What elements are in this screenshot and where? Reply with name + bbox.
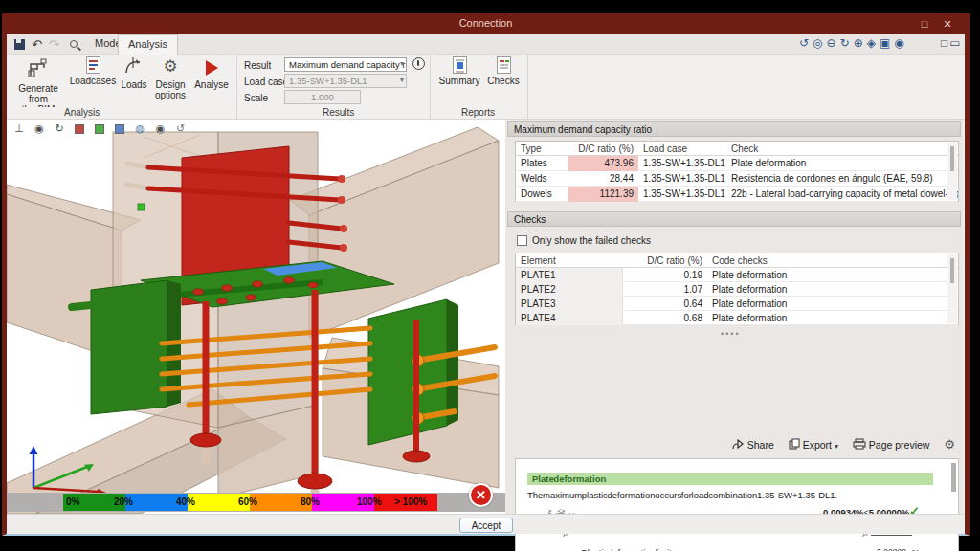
redo-icon[interactable]: ↷ [49, 37, 59, 52]
scale-label: 20% [114, 496, 133, 507]
connection-window: Connection □ ✕ ↶ ↷ Model Analysis ↺◎⊖↻⊕◈… [2, 13, 970, 536]
ratio-failed: 473.96 [568, 156, 638, 171]
spin-icon[interactable]: ↺ [172, 122, 189, 135]
result-color-scale: 0% 20% 40% 60% 80% 100% > 100% [7, 493, 505, 512]
scrollbar[interactable] [947, 254, 957, 323]
group-label-analysis: Analysis [64, 107, 100, 118]
loads-button[interactable]: Loads [118, 56, 150, 90]
pan-icon[interactable]: ◈ [867, 36, 880, 50]
page-preview-button[interactable]: Page preview [853, 439, 932, 451]
chevron-down-icon: ▾ [400, 76, 404, 84]
result-label: Result [244, 60, 271, 71]
share-icon [732, 439, 745, 450]
screen: Connection □ ✕ ↶ ↷ Model Analysis ↺◎⊖↻⊕◈… [0, 0, 980, 551]
table-row[interactable]: Dowels 1121.39 1.35-SW+1.35-DL1 22b - La… [516, 187, 958, 202]
footer-bar: Accept [7, 514, 965, 534]
model-scene [7, 120, 505, 514]
ribbon-tab-row: ↶ ↷ Model Analysis ↺◎⊖↻⊕◈▣◉ □▭ [7, 34, 965, 55]
design-options-button[interactable]: ⚙ Design options [150, 56, 190, 100]
search-icon[interactable] [70, 40, 78, 48]
table-row[interactable]: Welds 28.44 1.35-SW+1.35-DL1 Resistencia… [516, 171, 958, 187]
table-row[interactable]: PLATE2 1.07 Plate deformation [516, 282, 958, 297]
report-toolbar: Share Export ▾ Page previ [721, 437, 955, 452]
export-button[interactable]: Export ▾ [789, 439, 841, 451]
zoom-extents-icon[interactable]: ▣ [880, 36, 894, 50]
axes-icon[interactable]: ⊥ [11, 122, 28, 135]
analyse-button[interactable]: Analyse [190, 56, 233, 90]
maximize-icon[interactable]: □ [917, 16, 932, 32]
summary-button[interactable]: Summary [435, 56, 483, 86]
comment-icon[interactable]: ▭ [949, 36, 962, 50]
viewport-toolbar: ⊥ ◉ ↻ ◍ ◉ ↺ [11, 121, 189, 137]
welds-visibility-icon[interactable] [91, 122, 108, 134]
refresh-view-icon[interactable]: ↻ [840, 36, 854, 50]
group-label-results: Results [323, 107, 354, 118]
loadcase-label: Load case [244, 77, 288, 87]
col-type[interactable]: Type [516, 143, 568, 154]
window-tools: □▭ [941, 36, 963, 50]
close-results-icon[interactable]: ✕ [469, 483, 493, 507]
scale-label: 100% [357, 496, 382, 507]
eye-icon[interactable]: ◉ [151, 122, 168, 135]
col-codechecks[interactable]: Code checks [707, 255, 958, 266]
mesh-icon[interactable]: ◍ [131, 122, 148, 135]
tab-analysis[interactable]: Analysis [118, 34, 178, 55]
results-panel: Maximum demand capacity ratio Type D/C r… [505, 120, 963, 514]
close-icon[interactable]: ✕ [940, 16, 955, 32]
group-label-reports: Reports [461, 107, 495, 118]
share-button[interactable]: Share [732, 439, 777, 451]
failed-checks-label: Only show the failed checks [532, 235, 651, 246]
undo-icon[interactable]: ↶ [32, 37, 42, 52]
bolts-visibility-icon[interactable] [111, 122, 128, 134]
failed-checks-checkbox[interactable] [517, 235, 527, 246]
checks-button[interactable]: Checks [483, 56, 523, 86]
splitter-handle[interactable]: •••• [721, 329, 741, 339]
accept-button[interactable]: Accept [459, 518, 513, 533]
rotate-view-icon[interactable]: ↺ [799, 36, 813, 50]
printer-icon [853, 438, 866, 450]
report-row-label: εpl,lim: Plastic deformation limit [560, 547, 672, 551]
report-settings-gear-icon[interactable]: ⚙ [944, 437, 955, 452]
scrollbar[interactable] [951, 463, 956, 492]
analyse-play-icon [206, 60, 218, 76]
zoom-window-icon[interactable]: ◎ [813, 36, 826, 50]
scrollbar[interactable] [947, 143, 957, 200]
col-check[interactable]: Check [726, 143, 958, 154]
caret-down-icon: ▾ [835, 442, 838, 451]
report-section-title: Plate deformation [527, 473, 933, 485]
ribbon-group-labels: Analysis Results Reports [7, 107, 965, 120]
table-row[interactable]: Plates 473.96 1.35-SW+1.35-DL1 Plate def… [516, 156, 958, 171]
titlebar: Connection □ ✕ [7, 13, 965, 34]
scale-label: > 100% [394, 496, 427, 507]
viewport-3d[interactable]: ⊥ ◉ ↻ ◍ ◉ ↺ 0% 20% 40% 60 [7, 120, 505, 514]
view-nav-toolbar: ↺◎⊖↻⊕◈▣◉ [799, 36, 908, 50]
plates-visibility-icon[interactable] [71, 122, 88, 134]
chevron-down-icon: ▾ [400, 59, 404, 68]
scale-label: 40% [176, 496, 195, 507]
table-row[interactable]: PLATE4 0.68 Plate deformation [516, 311, 958, 325]
group-separator [236, 55, 237, 120]
loadcases-icon [86, 56, 100, 74]
result-dropdown[interactable]: Maximum demand capacity ratio ▾ [284, 57, 407, 72]
col-ratio[interactable]: D/C ratio (%) [568, 143, 638, 154]
result-display-icon[interactable] [412, 57, 425, 70]
zoom-in-icon[interactable]: ⊕ [854, 36, 867, 50]
viewer-icon[interactable]: ◉ [894, 36, 907, 50]
col-ratio[interactable]: D/C ratio (%) [623, 255, 707, 266]
table-row[interactable]: PLATE1 0.19 Plate deformation [516, 268, 958, 282]
loadcase-dropdown[interactable]: 1.35-SW+1.35-DL1 ▾ [284, 74, 407, 88]
checks-panel-header: Checks [507, 211, 961, 227]
table-row[interactable]: PLATE3 0.64 Plate deformation [516, 297, 958, 311]
dcr-table: Type D/C ratio (%) Load case Check Plate… [515, 141, 959, 202]
orbit-icon[interactable]: ◉ [31, 122, 48, 135]
dcr-table-header: Type D/C ratio (%) Load case Check [516, 142, 958, 156]
rotate-icon[interactable]: ↻ [51, 122, 68, 135]
loadcases-button[interactable]: Loadcases [68, 56, 118, 86]
save-icon[interactable] [14, 39, 25, 50]
window-layout-icon[interactable]: □ [941, 36, 949, 50]
scale-input[interactable]: 1.000 [284, 90, 361, 104]
zoom-out-icon[interactable]: ⊖ [827, 36, 840, 50]
col-element[interactable]: Element [516, 255, 623, 266]
report-row-value: εpl,lim : 5.00000 % [849, 547, 920, 551]
col-loadcase[interactable]: Load case [638, 143, 726, 154]
